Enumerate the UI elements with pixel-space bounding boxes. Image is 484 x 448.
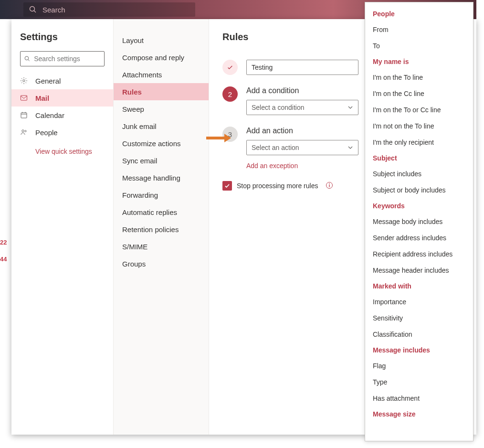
- dropdown-item-message-header-includes[interactable]: Message header includes: [365, 262, 473, 278]
- dropdown-item-i-m-on-the-to-or-cc-line[interactable]: I'm on the To or Cc line: [365, 102, 473, 118]
- dropdown-item-classification[interactable]: Classification: [365, 326, 473, 342]
- calendar-icon: [20, 111, 35, 119]
- subnav-item-compose-and-reply[interactable]: Compose and reply: [114, 49, 209, 66]
- stop-processing-label: Stop processing more rules: [237, 182, 318, 190]
- category-label: Mail: [35, 94, 49, 102]
- condition-dropdown-panel[interactable]: PeopleFromToMy name isI'm on the To line…: [365, 2, 473, 441]
- subnav-item-layout[interactable]: Layout: [114, 32, 209, 49]
- dropdown-group-keywords: Keywords: [365, 198, 473, 213]
- app-search-box[interactable]: Search: [23, 2, 195, 17]
- search-icon: [24, 55, 30, 62]
- svg-point-0: [30, 7, 35, 11]
- background-counters: 22 44: [0, 239, 7, 272]
- settings-search-box[interactable]: [20, 51, 105, 66]
- mail-icon: [20, 94, 35, 102]
- svg-point-11: [25, 130, 26, 132]
- checkmark-icon: [227, 64, 233, 71]
- people-icon: [20, 128, 35, 136]
- checkmark-icon: [224, 183, 230, 189]
- dropdown-group-my-name-is: My name is: [365, 54, 473, 69]
- svg-point-14: [329, 183, 330, 184]
- dropdown-item-subject-or-body-includes[interactable]: Subject or body includes: [365, 182, 473, 198]
- category-label: Calendar: [35, 111, 64, 119]
- dropdown-group-message-includes: Message includes: [365, 342, 473, 358]
- category-label: General: [35, 77, 61, 85]
- category-label: People: [35, 128, 58, 137]
- subnav-item-sweep[interactable]: Sweep: [114, 100, 209, 117]
- chevron-down-icon: [347, 105, 353, 110]
- dropdown-item-has-attachment[interactable]: Has attachment: [365, 390, 473, 406]
- settings-category-pane: Settings General Mail: [11, 19, 114, 435]
- svg-rect-6: [21, 113, 27, 118]
- app-search-placeholder: Search: [42, 6, 65, 14]
- dropdown-item-i-m-on-the-cc-line[interactable]: I'm on the Cc line: [365, 85, 473, 102]
- dropdown-item-recipient-address-includes[interactable]: Recipient address includes: [365, 246, 473, 262]
- action-select-value: Select an action: [252, 144, 299, 151]
- action-select[interactable]: Select an action: [246, 140, 358, 155]
- subnav-item-automatic-replies[interactable]: Automatic replies: [114, 203, 209, 221]
- subnav-item-retention-policies[interactable]: Retention policies: [114, 221, 209, 238]
- subnav-item-attachments[interactable]: Attachments: [114, 66, 209, 83]
- dropdown-item-importance[interactable]: Importance: [365, 294, 473, 310]
- rule-name-input[interactable]: Testing: [246, 60, 358, 75]
- settings-title: Settings: [11, 28, 113, 51]
- dropdown-item-to[interactable]: To: [365, 38, 473, 54]
- condition-select[interactable]: Select a condition: [246, 100, 358, 115]
- gear-icon: [20, 77, 35, 85]
- subnav-item-groups[interactable]: Groups: [114, 255, 209, 272]
- dropdown-group-subject: Subject: [365, 150, 473, 166]
- category-calendar[interactable]: Calendar: [11, 107, 113, 124]
- dropdown-item-type[interactable]: Type: [365, 374, 473, 390]
- search-icon: [29, 6, 37, 13]
- category-general[interactable]: General: [11, 72, 113, 89]
- dropdown-item-flag[interactable]: Flag: [365, 358, 473, 374]
- dropdown-item-message-body-includes[interactable]: Message body includes: [365, 213, 473, 230]
- svg-line-1: [34, 11, 36, 12]
- subnav-item-message-handling[interactable]: Message handling: [114, 169, 209, 186]
- info-icon[interactable]: [326, 181, 333, 191]
- subnav-item-s-mime[interactable]: S/MIME: [114, 238, 209, 255]
- svg-point-4: [23, 80, 25, 82]
- dropdown-group-people: People: [365, 6, 473, 21]
- condition-select-value: Select a condition: [252, 104, 305, 111]
- subnav-item-junk-email[interactable]: Junk email: [114, 117, 209, 135]
- dropdown-item-sender-address-includes[interactable]: Sender address includes: [365, 230, 473, 246]
- view-quick-settings-link[interactable]: View quick settings: [11, 141, 113, 155]
- dropdown-item-sensitivity[interactable]: Sensitivity: [365, 310, 473, 326]
- svg-line-3: [28, 60, 30, 61]
- subnav-item-customize-actions[interactable]: Customize actions: [114, 135, 209, 152]
- svg-point-10: [22, 130, 24, 132]
- subnav-item-rules[interactable]: Rules: [114, 83, 209, 100]
- category-mail[interactable]: Mail: [11, 89, 113, 107]
- category-people[interactable]: People: [11, 124, 113, 141]
- dropdown-group-marked-with: Marked with: [365, 278, 473, 294]
- dropdown-item-subject-includes[interactable]: Subject includes: [365, 166, 473, 182]
- dropdown-item-i-m-the-only-recipient[interactable]: I'm the only recipient: [365, 134, 473, 150]
- rule-name-value: Testing: [252, 64, 273, 71]
- subnav-item-sync-email[interactable]: Sync email: [114, 152, 209, 169]
- subnav-item-forwarding[interactable]: Forwarding: [114, 186, 209, 203]
- stop-processing-checkbox[interactable]: [222, 181, 232, 191]
- settings-subnav-pane: LayoutCompose and replyAttachmentsRulesS…: [114, 19, 209, 435]
- dropdown-item-i-m-on-the-to-line[interactable]: I'm on the To line: [365, 69, 473, 85]
- svg-rect-5: [21, 96, 27, 100]
- dropdown-item-from[interactable]: From: [365, 21, 473, 38]
- dropdown-item-i-m-not-on-the-to-line[interactable]: I'm not on the To line: [365, 118, 473, 134]
- chevron-down-icon: [347, 145, 353, 150]
- arrow-annotation-icon: [205, 133, 231, 143]
- dropdown-group-message-size: Message size: [365, 406, 473, 422]
- step-badge-done: [222, 60, 238, 75]
- svg-point-2: [25, 56, 29, 60]
- step-badge-2: 2: [222, 86, 238, 102]
- settings-search-input[interactable]: [34, 55, 100, 63]
